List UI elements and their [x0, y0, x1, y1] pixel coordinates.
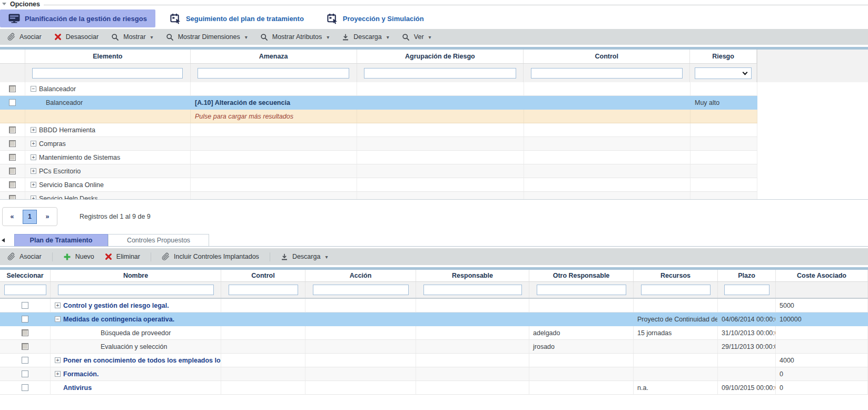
cell-value: 09/10/2015 00:00:00 [722, 384, 776, 392]
row-checkbox[interactable] [9, 154, 16, 161]
expand-toggle-icon[interactable]: + [31, 196, 36, 200]
risk-table-row[interactable]: Balanceador[A.10] Alteración de secuenci… [0, 96, 757, 110]
expand-toggle-icon[interactable]: + [31, 182, 36, 188]
expand-toggle-icon[interactable]: + [55, 302, 61, 308]
expand-toggle-icon[interactable]: + [31, 127, 36, 133]
risk-table-row[interactable]: +BBDD Herramienta [0, 123, 757, 137]
toolbar-button-descarga[interactable]: Descarga▾ [342, 33, 389, 41]
dropdown-caret-icon[interactable]: ▾ [387, 34, 389, 40]
page-next-button[interactable]: » [42, 210, 53, 223]
tab-controles-propuestos[interactable]: Controles Propuestos [108, 234, 209, 246]
expand-toggle-icon[interactable]: + [31, 141, 36, 147]
treatment-table-head: SeleccionarNombreControlAcciónResponsabl… [0, 270, 868, 299]
toolbar-button-desasociar[interactable]: Desasociar [54, 33, 99, 41]
cell-responsable [416, 367, 529, 380]
treatment-table-row[interactable]: +Control y gestión del riesgo legal.5000 [0, 299, 868, 313]
dropdown-caret-icon[interactable]: ▾ [429, 34, 431, 40]
expand-toggle-icon[interactable]: + [31, 154, 36, 160]
toolbar-button-mostrar-atributos[interactable]: Mostrar Atributos▾ [260, 33, 330, 41]
toolbar-button-incluir-controles-implantados[interactable]: Incluir Controles Implantados [162, 252, 259, 261]
row-checkbox[interactable] [22, 329, 28, 336]
expand-toggle-icon[interactable]: + [31, 168, 36, 174]
treatment-table-row[interactable]: +Poner en conocimiento de todos los empl… [0, 354, 868, 367]
expand-toggle-icon[interactable]: + [55, 371, 61, 377]
filter-riesgo-select[interactable] [695, 67, 752, 79]
cell-control [524, 178, 691, 191]
row-checkbox[interactable] [9, 99, 16, 106]
row-checkbox[interactable] [22, 357, 28, 364]
cell-value: 31/10/2013 00:00:00 [722, 329, 776, 337]
cell-control [221, 367, 305, 380]
risk-table-row[interactable]: +Servicio Banca Online [0, 178, 757, 192]
filter-control-input[interactable] [229, 285, 298, 295]
toolbar-button-mostrar[interactable]: Mostrar▾ [111, 33, 153, 41]
treatment-table-row[interactable]: Búsqueda de proveedoradelgado15 jornadas… [0, 326, 868, 340]
page-current-button[interactable]: 1 [23, 210, 37, 224]
cell-otro_responsable: jrosado [529, 340, 634, 353]
load-more-row[interactable]: Pulse para cargar más resultados [0, 110, 757, 123]
risk-table-body: −BalanceadorBalanceador[A.10] Alteración… [0, 82, 868, 200]
treatment-table-row[interactable]: +Formación.0 [0, 367, 868, 381]
header-cell-select [0, 50, 25, 63]
filter-amenaza-input[interactable] [198, 68, 349, 79]
dropdown-caret-icon[interactable]: ▾ [325, 254, 328, 260]
risk-table-row[interactable]: +Compras [0, 137, 757, 151]
toolbar-button-eliminar[interactable]: Eliminar [105, 253, 140, 260]
filter-recursos-input[interactable] [641, 285, 711, 295]
row-checkbox[interactable] [22, 370, 28, 377]
tab-proyeccion-y-simulacion[interactable]: Proyección y Simulación [319, 9, 432, 27]
tab-plan-de-tratamiento[interactable]: Plan de Tratamiento [14, 234, 108, 246]
dropdown-caret-icon[interactable]: ▾ [327, 34, 329, 40]
page-prev-button[interactable]: « [6, 210, 18, 223]
treatment-toolbar: AsociarNuevoEliminarIncluir Controles Im… [0, 248, 868, 265]
row-checkbox[interactable] [22, 343, 28, 350]
tab-planificacion-de-la-gestion-de-riesgos[interactable]: Planificación de la gestión de riesgos [0, 9, 155, 27]
filter-control-input[interactable] [531, 68, 683, 79]
row-label: Búsqueda de proveedor [101, 329, 171, 337]
cell-value: n.a. [637, 384, 648, 392]
row-checkbox[interactable] [9, 85, 16, 92]
cell-elemento: Balanceador [25, 96, 191, 109]
row-label: Mantenimiento de Sistemas [39, 154, 120, 161]
dropdown-caret-icon[interactable]: ▾ [151, 34, 153, 40]
toolbar-button-asociar[interactable]: Asociar [7, 252, 42, 261]
treatment-table-row[interactable]: −Medidas de contingencia operativa.Proye… [0, 313, 868, 326]
filter-accion-input[interactable] [313, 285, 409, 295]
risk-table-row[interactable]: +Mantenimiento de Sistemas [0, 151, 757, 164]
row-checkbox[interactable] [9, 140, 16, 147]
expand-toggle-icon[interactable]: − [31, 86, 36, 92]
collapse-triangle-icon[interactable] [2, 3, 6, 5]
dropdown-caret-icon[interactable]: ▾ [245, 34, 248, 40]
expand-toggle-icon[interactable]: − [55, 316, 61, 322]
row-checkbox[interactable] [9, 195, 16, 200]
row-checkbox[interactable] [9, 126, 16, 133]
row-checkbox[interactable] [9, 181, 16, 188]
filter-plazo-input[interactable] [724, 285, 770, 295]
filter-seleccionar-input[interactable] [4, 285, 46, 295]
risk-table-row[interactable]: −Balanceador [0, 82, 757, 96]
cell-control [221, 381, 305, 394]
filter-otro-responsable-input[interactable] [537, 285, 626, 295]
toolbar-button-descarga[interactable]: Descarga▾ [281, 253, 328, 261]
collapse-panel-arrow-icon[interactable] [2, 238, 5, 242]
toolbar-button-ver[interactable]: Ver▾ [402, 33, 431, 41]
row-checkbox[interactable] [22, 302, 28, 309]
risk-table-row[interactable]: +Servicio Help Desks [0, 192, 757, 200]
row-checkbox[interactable] [9, 168, 16, 174]
row-checkbox[interactable] [22, 316, 28, 323]
toolbar-button-nuevo[interactable]: Nuevo [63, 253, 94, 261]
treatment-table-row[interactable]: Antivirusn.a.09/10/2015 00:00:000 [0, 381, 868, 395]
legend-divider [44, 5, 868, 5]
filter-nombre-input[interactable] [58, 285, 214, 295]
filter-responsable-input[interactable] [423, 285, 522, 295]
row-checkbox[interactable] [22, 384, 28, 391]
treatment-table-row[interactable]: Evaluación y selecciónjrosado29/11/2013 … [0, 340, 868, 354]
filter-elemento-input[interactable] [32, 68, 183, 79]
filter-agrupacion-de-riesgo-input[interactable] [364, 68, 516, 79]
risk-table-row[interactable]: +PCs Escritorio [0, 164, 757, 178]
toolbar-button-mostrar-dimensiones[interactable]: Mostrar Dimensiones▾ [166, 33, 248, 41]
toolbar-button-asociar[interactable]: Asociar [7, 33, 42, 41]
cell-amenaza [191, 178, 357, 191]
tab-seguimiento-del-plan-de-tratamiento[interactable]: Seguimiento del plan de tratamiento [162, 9, 312, 27]
expand-toggle-icon[interactable]: + [55, 357, 61, 363]
